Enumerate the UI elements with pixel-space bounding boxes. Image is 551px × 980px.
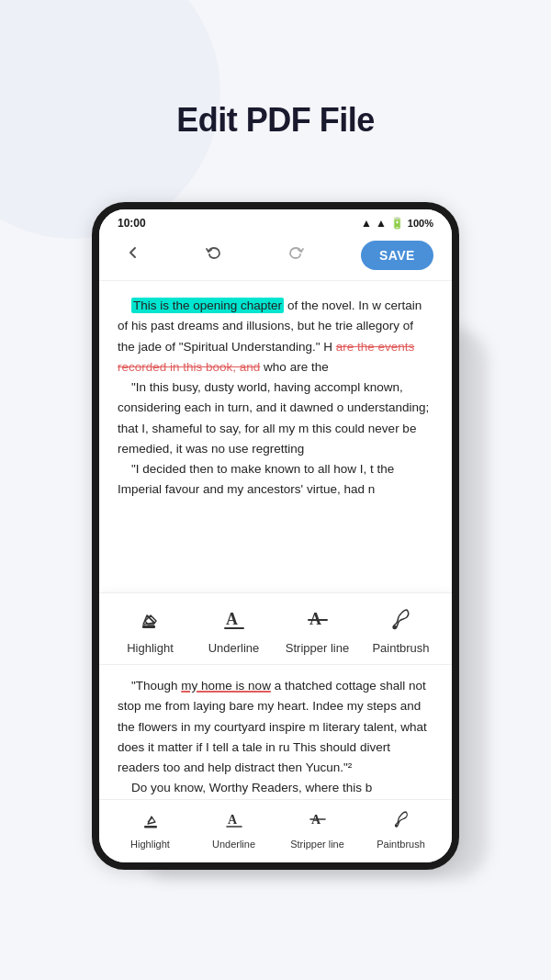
nav-item-paintbrush[interactable]: Paintbrush [369, 809, 433, 850]
editor-toolbar: SAVE [99, 233, 452, 280]
pdf-paragraph-4: "Though my home is now a thatched cottag… [118, 676, 433, 778]
stripper-label: Stripper line [286, 641, 349, 655]
nav-highlight-label: Highlight [130, 839, 170, 850]
pdf-paragraph-2: "In this busy, dusty world, having accom… [118, 377, 433, 459]
annotation-item-underline[interactable]: A Underline [202, 606, 266, 655]
stripper-icon: A [305, 606, 331, 636]
nav-stripper-label: Stripper line [290, 839, 344, 850]
nav-underline-label: Underline [212, 839, 255, 850]
svg-rect-6 [144, 826, 157, 828]
pdf-content-upper: This is the opening chapter of the novel… [99, 280, 452, 592]
undo-button[interactable] [197, 239, 231, 271]
annotation-toolbar: Highlight A Underline A [99, 592, 452, 665]
redo-button[interactable] [278, 239, 313, 271]
underlined-text: my home is now [181, 679, 271, 693]
status-time: 10:00 [118, 217, 146, 230]
highlight-label: Highlight [127, 641, 174, 655]
phone-mockup: 10:00 ▲ ▲ 🔋 100% [92, 202, 459, 870]
nav-paintbrush-label: Paintbrush [377, 839, 425, 850]
annotation-item-paintbrush[interactable]: Paintbrush [369, 606, 433, 655]
status-right: ▲ ▲ 🔋 100% [361, 217, 433, 230]
underline-label: Underline [208, 641, 260, 655]
nav-highlight-icon [141, 809, 161, 835]
pdf-paragraph-1: This is the opening chapter of the novel… [118, 296, 433, 377]
svg-text:A: A [228, 813, 238, 827]
phone-frame: 10:00 ▲ ▲ 🔋 100% [92, 202, 459, 870]
signal-icon: ▲ [361, 217, 372, 230]
svg-point-5 [393, 625, 397, 629]
svg-rect-0 [142, 625, 155, 628]
annotation-item-highlight[interactable]: Highlight [118, 606, 183, 655]
underline-icon: A [221, 606, 247, 636]
annotation-item-stripper[interactable]: A Stripper line [286, 606, 350, 655]
pdf-paragraph-5: Do you know, Worthy Readers, where this … [118, 778, 433, 798]
nav-item-underline[interactable]: A Underline [202, 809, 266, 850]
svg-text:A: A [226, 610, 238, 628]
highlighted-text: This is the opening chapter [131, 298, 284, 313]
back-button[interactable] [118, 241, 149, 269]
paintbrush-icon [388, 606, 414, 636]
battery-level: 100% [408, 218, 433, 229]
svg-point-11 [395, 824, 398, 827]
paintbrush-label: Paintbrush [372, 641, 429, 655]
nav-item-stripper[interactable]: A Stripper line [286, 809, 350, 850]
status-bar: 10:00 ▲ ▲ 🔋 100% [99, 209, 452, 233]
page-title: Edit PDF File [0, 0, 551, 140]
pdf-paragraph-3: "I decided then to make known to all how… [118, 459, 433, 501]
battery-icon: 🔋 [390, 217, 404, 230]
save-button[interactable]: SAVE [361, 241, 433, 270]
strikethrough-text: are the events recorded in this book, an… [118, 340, 414, 374]
bottom-nav: Highlight A Underline A [99, 799, 452, 862]
highlight-icon [138, 606, 163, 636]
nav-paintbrush-icon [391, 809, 411, 835]
wifi-icon: ▲ [376, 217, 387, 230]
nav-stripper-icon: A [308, 809, 328, 835]
pdf-content-lower: "Though my home is now a thatched cottag… [99, 665, 452, 799]
nav-item-highlight[interactable]: Highlight [118, 809, 183, 850]
nav-underline-icon: A [224, 809, 244, 835]
